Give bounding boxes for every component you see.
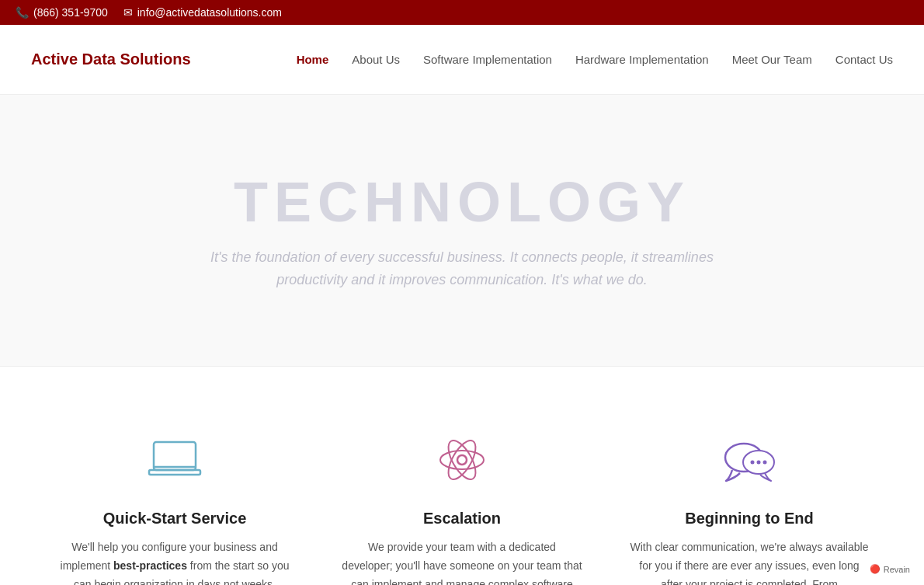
nav-links: Home About Us Software Implementation Ha…: [297, 53, 893, 67]
phone-bar: 📞 (866) 351-9700: [16, 6, 108, 19]
quick-start-desc: We'll help you configure your business a…: [54, 538, 295, 585]
email-link[interactable]: info@activedatasolutions.com: [137, 6, 282, 19]
laptop-icon: [144, 429, 206, 491]
escalation-title: Escalation: [342, 510, 582, 528]
phone-number: (866) 351-9700: [33, 6, 108, 19]
feature-beginning-to-end: Beginning to End With clear communicatio…: [606, 413, 893, 585]
svg-point-9: [751, 461, 755, 465]
navbar: Active Data Solutions Home About Us Soft…: [0, 25, 924, 95]
nav-link-about[interactable]: About Us: [352, 53, 400, 66]
nav-item-about[interactable]: About Us: [352, 53, 400, 67]
atom-icon: [431, 429, 493, 491]
svg-point-4: [440, 451, 484, 469]
escalation-desc: We provide your team with a dedicated de…: [342, 538, 582, 585]
logo[interactable]: Active Data Solutions: [31, 50, 191, 68]
nav-link-home[interactable]: Home: [297, 53, 329, 66]
nav-link-contact[interactable]: Contact Us: [835, 53, 893, 66]
svg-point-10: [757, 461, 761, 465]
revain-badge: 🔴 Revain: [863, 561, 916, 577]
hero-title: TECHNOLOGY: [234, 170, 690, 234]
quick-start-title: Quick-Start Service: [54, 510, 295, 528]
nav-item-home[interactable]: Home: [297, 53, 329, 67]
chat-icon: [718, 429, 780, 491]
svg-point-3: [457, 455, 467, 465]
svg-rect-0: [154, 442, 196, 470]
beginning-to-end-title: Beginning to End: [629, 510, 870, 528]
top-bar: 📞 (866) 351-9700 ✉ info@activedatasoluti…: [0, 0, 924, 25]
nav-item-software[interactable]: Software Implementation: [423, 53, 552, 67]
hero-subtitle: It's the foundation of every successful …: [190, 246, 734, 291]
nav-link-hardware[interactable]: Hardware Implementation: [575, 53, 709, 66]
svg-rect-2: [149, 470, 200, 475]
logo-area: Active Data Solutions: [31, 50, 191, 68]
revain-icon: 🔴: [870, 564, 881, 574]
email-icon: ✉: [123, 6, 133, 19]
beginning-to-end-desc: With clear communication, we're always a…: [629, 538, 870, 585]
feature-quick-start: Quick-Start Service We'll help you confi…: [31, 413, 318, 585]
nav-link-software[interactable]: Software Implementation: [423, 53, 552, 66]
nav-link-team[interactable]: Meet Our Team: [732, 53, 812, 66]
features-section: Quick-Start Service We'll help you confi…: [0, 367, 924, 585]
email-bar: ✉ info@activedatasolutions.com: [123, 6, 282, 19]
revain-label: Revain: [884, 565, 910, 574]
nav-item-team[interactable]: Meet Our Team: [732, 53, 812, 67]
nav-item-hardware[interactable]: Hardware Implementation: [575, 53, 709, 67]
svg-point-11: [763, 461, 767, 465]
hero-section: TECHNOLOGY It's the foundation of every …: [0, 95, 924, 367]
nav-item-contact[interactable]: Contact Us: [835, 53, 893, 67]
phone-icon: 📞: [16, 6, 29, 19]
feature-escalation: Escalation We provide your team with a d…: [318, 413, 606, 585]
